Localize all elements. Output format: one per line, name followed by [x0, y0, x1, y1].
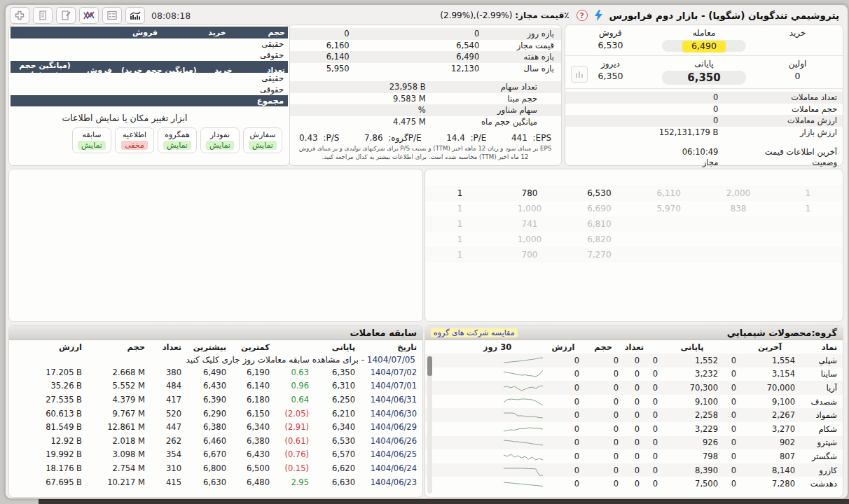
- close-label: پایانی: [651, 59, 757, 71]
- group-row[interactable]: شمواد 2,267 0 2,258 0 0 0 0: [425, 408, 843, 422]
- group-row[interactable]: ساینا 3,154 0 3,232 0 0 0 0: [425, 368, 843, 382]
- count-header: تعداد خرید (میانگین حجم خرید) فروش (میان…: [11, 61, 288, 73]
- history-title: سابقه معاملات: [350, 328, 417, 338]
- history-row[interactable]: 1404/06/31 6,250 0.64 6,180 6,390 417 4.…: [9, 393, 422, 407]
- group-symbol[interactable]: شگستر: [799, 451, 843, 461]
- move-button[interactable]: [10, 7, 29, 24]
- sparkline-30day: [452, 451, 543, 462]
- group-row[interactable]: کازرو 8,140 0 8,390 0 0 0 0: [425, 463, 843, 477]
- group-symbol[interactable]: کازرو: [799, 465, 843, 475]
- history-column-headers: تاریخ پایانی کمترین بیشترین تعداد حجم ار…: [9, 340, 422, 354]
- range-row: بازه هفته 6,490 6,140: [289, 51, 561, 63]
- group-symbol[interactable]: شمواد: [799, 410, 843, 420]
- taskbar-strip: [39, 499, 849, 504]
- group-row[interactable]: شصدف 9,100 0 9,100 0 0 0 0: [425, 395, 843, 409]
- today-history-link[interactable]: 1404/07/05 - برای مشاهده سابقه معاملات ر…: [9, 354, 422, 365]
- stat-row: تعداد معاملات 0: [565, 92, 843, 104]
- orderbook-row[interactable]: 6,820 1,000 1: [425, 232, 843, 247]
- notes-button[interactable]: [33, 7, 53, 24]
- sparkline-30day: [452, 368, 543, 379]
- trade-price-block: خرید معامله6,490 فروش6,530: [565, 25, 843, 56]
- info-row: آخرین اطلاعات قیمت 06:10:49: [565, 146, 843, 158]
- group-symbol[interactable]: شکام: [799, 424, 843, 434]
- total-bar: مجموع: [11, 95, 288, 106]
- sparkline-30day: [452, 424, 543, 435]
- sparkline-30day: [452, 437, 543, 448]
- history-row[interactable]: 1404/06/23 6,630 2.95 6,480 6,630 415 10…: [9, 475, 422, 489]
- announcement-button[interactable]: [56, 7, 76, 24]
- group-symbol[interactable]: شپلي: [799, 356, 843, 365]
- history-row[interactable]: 1404/06/26 6,530 (0.61) 6,380 6,460 262 …: [9, 434, 422, 448]
- buy-label: خرید: [757, 28, 838, 40]
- client-type-panel: حجم خرید فروش حقیقی حقوقی تعداد خرید (می…: [8, 24, 290, 166]
- group-scrollbar[interactable]: [427, 356, 432, 493]
- mini-chart-button[interactable]: [571, 66, 588, 83]
- group-symbol[interactable]: دهدشت: [799, 479, 843, 489]
- sparkline-30day: [452, 410, 543, 421]
- group-row[interactable]: دهدشت 7,280 0 7,500 0 0 0 0: [425, 477, 843, 491]
- history-rows: 1404/07/02 6,350 0.63 6,190 6,490 380 2.…: [9, 365, 422, 489]
- group-header-bar: گروه:محصولات شيميايي مقایسه شرکت های گرو…: [425, 326, 843, 340]
- orderbook-header-cell: [703, 169, 773, 186]
- close-price-block: اولین0 پایانی6,350 دیروز6,350: [565, 56, 843, 89]
- toggle-chip[interactable]: همگروه نمایش: [158, 127, 197, 153]
- history-row[interactable]: 1404/06/24 6,620 (0.15) 6,500 6,800 310 …: [9, 461, 422, 475]
- tool-chips: سفارش نمایش نمودار نمایش همگروه نمایش اط…: [9, 127, 289, 153]
- info-row: وضعیت مجاز: [565, 158, 843, 169]
- orderbook-row[interactable]: 1 2,000 6,110 6,530 780 1: [425, 186, 843, 201]
- history-row[interactable]: 1404/06/30 6,210 (2.05) 6,150 6,290 520 …: [9, 407, 422, 421]
- help-icon[interactable]: ?: [577, 10, 588, 21]
- allowed-price-label: ٪قیمت مجاز:: [515, 10, 569, 20]
- group-symbol[interactable]: ساینا: [799, 369, 843, 379]
- history-panel: سابقه معاملات تاریخ پایانی کمترین بیشتری…: [8, 325, 423, 498]
- toggle-chip[interactable]: سفارش نمایش: [243, 127, 282, 153]
- share-stat-row: میانگین حجم ماه 4.475 M: [289, 116, 561, 128]
- orderbook-header-cell: [634, 169, 703, 186]
- group-column-headers: نماد آخرین پایانی تعداد حجم ارزش 30 روز: [425, 340, 843, 354]
- bar-chart-icon: [129, 10, 142, 21]
- history-row[interactable]: 1404/07/02 6,350 0.63 6,190 6,490 380 2.…: [9, 365, 422, 379]
- scatter-chart-icon: [83, 10, 95, 21]
- group-symbol[interactable]: آریا: [799, 383, 843, 393]
- history-row[interactable]: 1404/06/29 6,340 (2.91) 6,340 6,380 447 …: [9, 420, 422, 434]
- trade-stats: تعداد معاملات 0 حجم معاملات 0 ارزش معامل…: [565, 92, 843, 138]
- list-button[interactable]: [102, 7, 122, 24]
- share-stat-row: حجم مبنا 9.583 M: [289, 93, 561, 105]
- share-stat-row: تعداد سهام 23,958 B: [289, 81, 561, 93]
- share-stats: تعداد سهام 23,958 B حجم مبنا 9.583 M سها…: [289, 81, 561, 127]
- compare-group-link[interactable]: مقایسه شرکت های گروه: [431, 328, 518, 337]
- group-row[interactable]: شپترو 902 0 926 0 0 0 0: [425, 436, 843, 450]
- toggle-chip[interactable]: اطلاعیه مخفی: [115, 127, 154, 153]
- history-row[interactable]: 1404/07/01 6,310 0.96 6,140 6,430 484 5.…: [9, 379, 422, 393]
- range-row: بازه سال 12,130 5,950: [289, 63, 561, 75]
- group-scrollbar-thumb[interactable]: [427, 356, 432, 376]
- group-symbol[interactable]: شپترو: [799, 438, 843, 447]
- bar-chart-button[interactable]: [125, 7, 145, 24]
- chart-lines-button[interactable]: [79, 7, 99, 24]
- trade-label: معامله: [651, 28, 757, 40]
- orderbook-row[interactable]: 6,810 741 1: [425, 216, 843, 232]
- orderbook-row[interactable]: 1 838 5,970 6,690 1,000 1: [425, 201, 843, 216]
- toolbar: 08:08:18 پتروشيمي تندگويان (شگويا) - باز…: [10, 6, 839, 24]
- group-row[interactable]: آریا 70,000 0 70,300 0 0 0 0: [425, 381, 843, 395]
- orderbook-row[interactable]: 7,270 700 1: [425, 247, 843, 262]
- edit-document-icon: [60, 10, 71, 21]
- group-row[interactable]: شپلي 1,554 0 1,552 0 0 0 0: [425, 354, 843, 368]
- group-row[interactable]: شکام 3,270 0 3,229 0 0 0 0: [425, 422, 843, 436]
- sparkline-30day: [452, 382, 543, 393]
- orderbook-header-cell: [425, 169, 495, 186]
- toggle-chip[interactable]: نمودار نمایش: [200, 127, 240, 153]
- history-row[interactable]: 1404/06/25 6,570 (0.76) 6,430 6,670 354 …: [9, 448, 422, 462]
- move-icon: [14, 10, 25, 21]
- stat-row: حجم معاملات 0: [565, 104, 843, 115]
- history-header-bar: سابقه معاملات: [9, 326, 422, 340]
- orderbook-header: [425, 169, 843, 186]
- legal-volume-row: حقوقی: [9, 50, 289, 61]
- group-symbol[interactable]: شصدف: [799, 397, 843, 407]
- stat-row: ارزش بازار 152,131,179 B: [565, 127, 843, 139]
- ratio-row: 441 :EPS 14.4 :P/E 7.86 :گروهP/E 0.43 :P…: [289, 127, 561, 143]
- list-icon: [106, 10, 118, 21]
- toggle-chip[interactable]: سابقه نمایش: [72, 127, 111, 153]
- group-row[interactable]: شگستر 807 0 798 0 0 0 0: [425, 449, 843, 463]
- allowed-price-value: (2.99%),(-2.99%): [440, 10, 512, 20]
